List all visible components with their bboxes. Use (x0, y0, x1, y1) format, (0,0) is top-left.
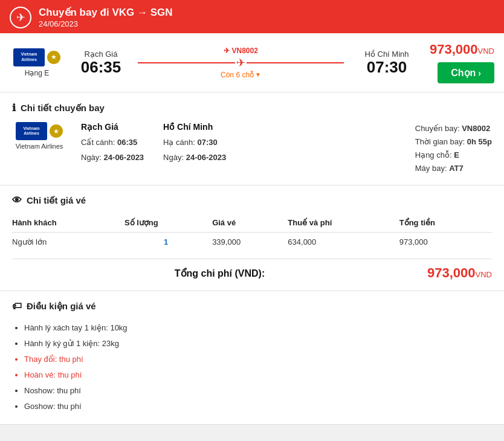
plane-header-icon: ✈ (10, 7, 31, 28)
row-total: 973,000 (399, 233, 492, 252)
detail-star-logo: ★ (50, 124, 63, 138)
list-item: Thay đổi: thu phí (24, 352, 492, 367)
ticket-price-value: 339,000 (212, 233, 288, 252)
price-section: 973,000VND Chọn › (430, 42, 494, 83)
arrive-time-row: Hạ cánh: 07:30 (163, 136, 226, 149)
passenger-quantity: 1 (124, 233, 212, 252)
depart-col: Rạch Giá Cất cánh: 06:35 Ngày: 24-06-202… (81, 122, 144, 164)
summary-currency: VND (478, 47, 494, 56)
aircraft-row: Máy bay: AT7 (415, 162, 492, 175)
arrive-info: Hồ Chí Minh 07:30 (354, 50, 420, 76)
flight-route-title: Chuyến bay đi VKG → SGN (39, 6, 173, 19)
select-flight-button[interactable]: Chọn › (438, 62, 494, 83)
info-icon: ℹ (12, 102, 16, 114)
detail-va-logo: VietnamAirlines (16, 122, 47, 140)
arrive-city: Hồ Chí Minh (354, 50, 420, 59)
price-section-title: 👁 Chi tiết giá vé (12, 195, 492, 206)
total-price: 973,000VND (427, 265, 492, 281)
table-row: Người lớn 1 339,000 634,000 973,000 (12, 233, 492, 252)
depart-col-city: Rạch Giá (81, 122, 144, 132)
passenger-type: Người lớn (12, 233, 124, 252)
list-item: Goshow: thu phí (24, 399, 492, 414)
col-passenger: Hành khách (12, 214, 124, 233)
flight-arrow-line: ✈ (138, 56, 344, 69)
conditions-section-title: 🏷 Điều kiện giá vé (12, 301, 492, 312)
flight-detail-cols: Rạch Giá Cất cánh: 06:35 Ngày: 24-06-202… (81, 122, 401, 164)
price-detail-section: 👁 Chi tiết giá vé Hành khách Số lượng Gi… (0, 185, 504, 291)
conditions-list: Hành lý xách tay 1 kiện: 10kg Hành lý ký… (12, 320, 492, 414)
seats-available-badge[interactable]: Còn 6 chỗ ▼ (221, 71, 261, 79)
arrive-time: 07:30 (354, 59, 420, 76)
arrow-line-right (247, 62, 344, 63)
tag-icon: 🏷 (12, 301, 22, 312)
conditions-section: 🏷 Điều kiện giá vé Hành lý xách tay 1 ki… (0, 291, 504, 425)
list-item: Hoàn vé: thu phí (24, 367, 492, 383)
airline-logo-group: VietnamAirlines ★ (13, 48, 60, 66)
class-row: Hạng chỗ: E (415, 149, 492, 162)
arrow-line-left (138, 62, 235, 63)
col-tax: Thuế và phí (288, 214, 399, 233)
depart-time-row: Cất cánh: 06:35 (81, 136, 144, 149)
total-row: Tổng chi phí (VND): 973,000VND (12, 259, 492, 281)
list-item: Hành lý ký gửi 1 kiện: 23kg (24, 336, 492, 352)
flight-summary-row: VietnamAirlines ★ Hạng E Rạch Giá 06:35 … (0, 33, 504, 92)
summary-price: 973,000VND (430, 42, 494, 57)
vietnam-airlines-logo: VietnamAirlines (13, 48, 45, 66)
arrive-col: Hồ Chí Minh Hạ cánh: 07:30 Ngày: 24-06-2… (163, 122, 226, 164)
col-quantity: Số lượng (124, 214, 212, 233)
total-currency: VND (476, 270, 492, 279)
detail-airline-logo-group: VietnamAirlines ★ (16, 122, 63, 140)
select-chevron-icon: › (478, 68, 481, 78)
total-label: Tổng chi phí (VND): (12, 268, 427, 279)
flight-number-row: Chuyến bay: VN8002 (415, 122, 492, 135)
flight-detail-section: ℹ Chi tiết chuyến bay VietnamAirlines ★ … (0, 92, 504, 185)
airline-logos: VietnamAirlines ★ Hạng E (10, 48, 64, 77)
depart-date-row: Ngày: 24-06-2023 (81, 151, 144, 164)
header-text: Chuyến bay đi VKG → SGN 24/06/2023 (39, 6, 173, 28)
tax-value: 634,000 (288, 233, 399, 252)
seats-caret-icon: ▼ (255, 71, 261, 78)
detail-airline: VietnamAirlines ★ Vietnam Airlines (12, 122, 66, 150)
col-ticket-price: Giá vé (212, 214, 288, 233)
flight-plane-icon: ✈ (236, 56, 245, 69)
arrive-date-row: Ngày: 24-06-2023 (163, 151, 226, 164)
duration-row: Thời gian bay: 0h 55p (415, 135, 492, 149)
flight-info-col: Chuyến bay: VN8002 Thời gian bay: 0h 55p… (415, 122, 492, 175)
list-item: Noshow: thu phí (24, 383, 492, 399)
flight-number: ✈ VN8002 (224, 47, 258, 55)
flight-card: ✈ Chuyến bay đi VKG → SGN 24/06/2023 Vie… (0, 0, 504, 425)
arrive-col-city: Hồ Chí Minh (163, 122, 226, 132)
airline-class-label: Hạng E (25, 69, 49, 77)
detail-section-title: ℹ Chi tiết chuyến bay (12, 102, 492, 114)
list-item: Hành lý xách tay 1 kiện: 10kg (24, 320, 492, 336)
price-table: Hành khách Số lượng Giá vé Thuế và phí T… (12, 214, 492, 251)
flight-middle: ✈ VN8002 ✈ Còn 6 chỗ ▼ (138, 47, 344, 79)
star-alliance-logo: ★ (47, 51, 60, 64)
depart-info: Rạch Giá 06:35 (74, 50, 128, 76)
eye-icon: 👁 (12, 195, 22, 206)
col-total: Tổng tiền (399, 214, 492, 233)
depart-city: Rạch Giá (74, 50, 128, 59)
depart-time: 06:35 (74, 59, 128, 76)
header: ✈ Chuyến bay đi VKG → SGN 24/06/2023 (0, 0, 504, 33)
detail-airline-name: Vietnam Airlines (16, 143, 63, 150)
flight-detail-content: VietnamAirlines ★ Vietnam Airlines Rạch … (12, 122, 492, 175)
flight-date: 24/06/2023 (39, 19, 173, 28)
